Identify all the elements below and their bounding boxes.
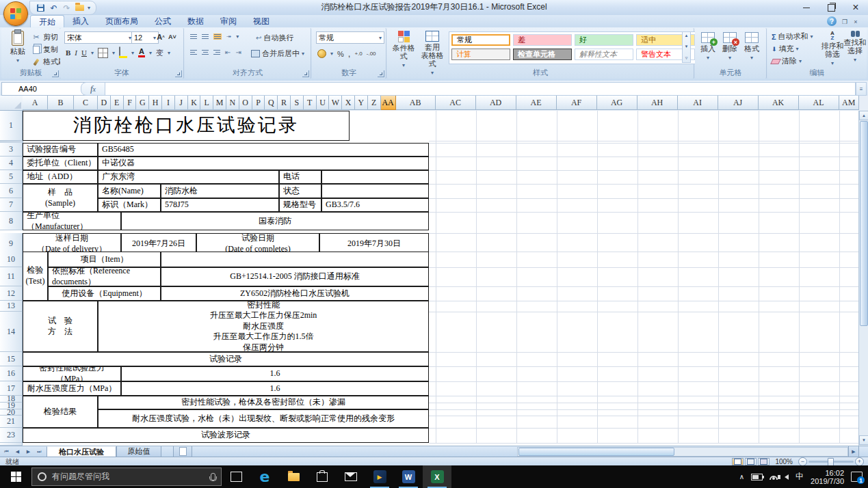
table-cell[interactable]: 密封性能试验，枪体及各密封部位（未）渗漏 xyxy=(98,396,429,409)
sort-filter-button[interactable]: AZ 排序和筛选 xyxy=(821,31,844,68)
wrap-text-button[interactable]: 自动换行 xyxy=(256,33,293,43)
scroll-down-icon[interactable] xyxy=(859,435,868,445)
sheet-tab-原始值[interactable]: 原始值 xyxy=(116,446,161,457)
media-app-button[interactable]: ▶ xyxy=(365,465,394,488)
table-cell[interactable] xyxy=(161,252,429,267)
column-header-F[interactable]: F xyxy=(124,96,137,110)
column-header-AB[interactable]: AB xyxy=(396,96,436,110)
row-header-14[interactable]: 14 xyxy=(0,312,23,352)
clock[interactable]: 16:02 2019/7/30 xyxy=(811,469,844,485)
row-header-1[interactable]: 1 xyxy=(0,111,23,141)
column-header-AE[interactable]: AE xyxy=(516,96,557,110)
copy-button[interactable]: 复制 xyxy=(31,44,58,55)
table-cell[interactable]: 状态 xyxy=(279,184,321,198)
column-header-W[interactable]: W xyxy=(329,96,342,110)
increase-decimal-icon[interactable] xyxy=(354,51,362,57)
row-header-23[interactable]: 23 xyxy=(0,428,23,443)
row-header-13[interactable]: 13 xyxy=(0,301,23,312)
select-all-corner[interactable] xyxy=(0,96,23,111)
name-box[interactable]: AA40 xyxy=(1,82,93,96)
column-header-P[interactable]: P xyxy=(252,96,265,110)
row-header-15[interactable]: 15 xyxy=(0,352,23,366)
table-cell[interactable]: 试验报告编号 xyxy=(23,143,98,157)
column-header-M[interactable]: M xyxy=(213,96,226,110)
column-header-K[interactable]: K xyxy=(188,96,201,110)
table-cell[interactable]: 依照标准（Refereence documents） xyxy=(48,267,161,286)
column-header-H[interactable]: H xyxy=(149,96,162,110)
delete-cells-button[interactable]: × 删除 xyxy=(720,32,740,62)
column-header-G[interactable]: G xyxy=(136,96,149,110)
cell-style-好[interactable]: 好 xyxy=(575,34,633,46)
office-button[interactable] xyxy=(3,1,28,26)
row-header-hidden-2[interactable] xyxy=(0,141,23,143)
table-cell[interactable]: 电话 xyxy=(279,170,321,184)
row-header-6[interactable]: 6 xyxy=(0,184,23,198)
conditional-formatting-button[interactable]: 条件格式 xyxy=(390,31,417,70)
percent-style-icon[interactable] xyxy=(337,50,344,58)
volume-icon[interactable] xyxy=(785,474,789,480)
table-cell[interactable]: 规格型号 xyxy=(279,198,321,212)
table-cell[interactable]: 检验结果 xyxy=(23,396,98,428)
gallery-up-icon[interactable] xyxy=(685,33,689,38)
table-cell[interactable]: 试验波形记录 xyxy=(23,428,429,443)
table-cell[interactable]: 密封性能 升压至最大工作压力保压2min 耐水压强度 升压至最大工作压力的1.5… xyxy=(98,301,429,352)
column-header-AM[interactable]: AM xyxy=(839,96,859,110)
table-cell[interactable]: 耐水压强度压力（MPa） xyxy=(23,381,121,396)
table-cell[interactable]: GB3.5/7.6 xyxy=(321,198,429,212)
accounting-format-icon[interactable] xyxy=(317,49,326,58)
align-middle-icon[interactable] xyxy=(202,34,209,39)
edge-button[interactable]: e xyxy=(250,465,279,488)
column-header-AA[interactable]: AA xyxy=(381,96,396,110)
row-header-16[interactable]: 16 xyxy=(0,366,23,381)
column-header-AD[interactable]: AD xyxy=(476,96,516,110)
column-header-AG[interactable]: AG xyxy=(597,96,637,110)
comma-style-icon[interactable] xyxy=(348,49,351,59)
cell-style-计算[interactable]: 计算 xyxy=(451,49,510,60)
row-header-3[interactable]: 3 xyxy=(0,143,23,157)
task-view-button[interactable] xyxy=(222,465,250,488)
store-button[interactable] xyxy=(308,465,337,488)
scroll-up-icon[interactable] xyxy=(859,111,868,120)
align-center-icon[interactable] xyxy=(202,50,209,55)
ime-indicator[interactable]: 中 xyxy=(795,471,804,483)
table-cell[interactable]: GB56485 xyxy=(98,143,429,157)
column-header-T[interactable]: T xyxy=(304,96,317,110)
column-header-N[interactable]: N xyxy=(226,96,239,110)
underline-icon[interactable] xyxy=(81,49,87,57)
paste-button[interactable]: 粘贴 xyxy=(5,31,30,65)
table-cell[interactable]: 广东东湾 xyxy=(98,170,279,184)
row-header-21[interactable]: 21 xyxy=(0,416,23,428)
scroll-right-icon[interactable] xyxy=(848,446,859,457)
first-sheet-icon[interactable] xyxy=(1,447,12,457)
normal-view-button[interactable] xyxy=(732,458,744,465)
row-header-12[interactable]: 12 xyxy=(0,286,23,301)
autosum-button[interactable]: 自动求和 xyxy=(772,31,813,42)
decrease-indent-icon[interactable] xyxy=(225,49,231,56)
clear-button[interactable]: 清除 xyxy=(772,56,802,66)
tab-插入[interactable]: 插入 xyxy=(64,15,97,27)
column-header-Z[interactable]: Z xyxy=(368,96,381,110)
table-cell[interactable]: 试验记录 xyxy=(23,352,429,366)
undo-icon[interactable] xyxy=(49,3,59,13)
row-header-11[interactable]: 11 xyxy=(0,267,23,286)
table-cell[interactable]: 耐水压强度试验，水枪（未）出现裂纹、断裂或影响正常使用的残余变形 xyxy=(98,409,429,428)
italic-icon[interactable] xyxy=(75,49,77,57)
table-cell[interactable]: 委托单位（Client） xyxy=(23,157,98,170)
mail-button[interactable] xyxy=(337,465,365,488)
table-cell[interactable]: 消防栓枪口水压试验记录 xyxy=(23,111,350,141)
column-header-AK[interactable]: AK xyxy=(759,96,799,110)
vertical-scrollbar[interactable] xyxy=(858,111,868,446)
cell-style-差[interactable]: 差 xyxy=(513,34,572,46)
table-cell[interactable]: 密封性能试验压力（MPa） xyxy=(23,366,121,381)
column-header-R[interactable]: R xyxy=(278,96,291,110)
tab-开始[interactable]: 开始 xyxy=(30,15,64,28)
formula-bar-expand-icon[interactable] xyxy=(856,82,867,96)
align-top-icon[interactable] xyxy=(190,34,197,39)
gallery-down-icon[interactable] xyxy=(685,44,689,49)
start-button[interactable] xyxy=(0,465,31,488)
clipboard-dialog-launcher[interactable] xyxy=(52,70,59,77)
column-header-X[interactable]: X xyxy=(342,96,355,110)
table-cell[interactable]: 名称(Name) xyxy=(98,184,161,198)
column-header-S[interactable]: S xyxy=(291,96,304,110)
save-icon[interactable] xyxy=(36,3,46,13)
